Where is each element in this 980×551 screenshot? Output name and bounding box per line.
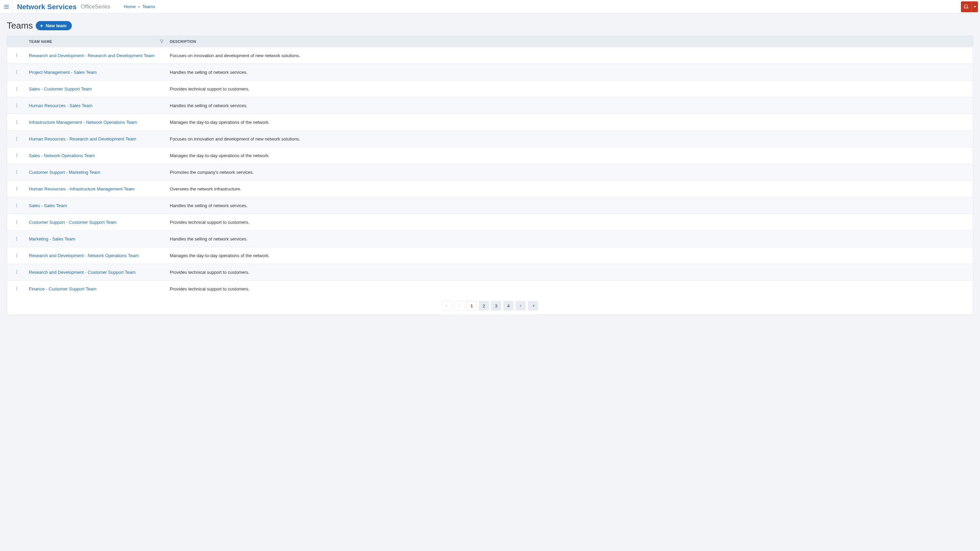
svg-point-50 <box>16 290 17 291</box>
more-vertical-icon <box>14 270 19 275</box>
page-last-button[interactable] <box>528 301 538 311</box>
svg-point-26 <box>16 156 17 157</box>
table-row: Customer Support - Marketing Team Promot… <box>7 164 973 181</box>
svg-point-33 <box>16 204 17 205</box>
more-vertical-icon <box>14 86 19 91</box>
row-actions-button[interactable] <box>13 68 21 76</box>
more-vertical-icon <box>14 170 19 175</box>
row-actions-button[interactable] <box>13 185 21 193</box>
row-actions-button[interactable] <box>13 251 21 259</box>
team-name-link[interactable]: Customer Support - Customer Support Team <box>29 220 117 225</box>
row-actions-button[interactable] <box>13 268 21 276</box>
team-description: Handles the selling of network services. <box>167 230 973 247</box>
plus-icon <box>39 24 44 28</box>
row-actions-button[interactable] <box>13 85 21 93</box>
teams-table: Team Name Description Research and Devel… <box>7 36 973 297</box>
row-actions-button[interactable] <box>13 135 21 143</box>
page-header: Teams New team <box>7 21 973 31</box>
svg-point-32 <box>16 190 17 191</box>
team-name-link[interactable]: Research and Development - Customer Supp… <box>29 270 135 275</box>
team-description: Oversees the network infrastructure. <box>167 181 973 197</box>
svg-point-24 <box>16 154 17 154</box>
pagination: 1234 <box>7 297 973 314</box>
table-row: Sales - Sales Team Handles the selling o… <box>7 197 973 214</box>
row-actions-button[interactable] <box>13 168 21 176</box>
breadcrumb-home[interactable]: Home <box>124 4 136 9</box>
team-name-link[interactable]: Research and Development - Network Opera… <box>29 253 139 258</box>
page-title: Teams <box>7 21 33 31</box>
page-number-button[interactable]: 4 <box>503 301 514 311</box>
page-number-button[interactable]: 2 <box>479 301 489 311</box>
app-header: Network Services OfficeSeries Home » Tea… <box>0 0 980 14</box>
team-name-link[interactable]: Project Management - Sales Team <box>29 70 97 75</box>
filter-team-name[interactable] <box>159 40 164 43</box>
app-title[interactable]: Network Services <box>17 3 76 11</box>
row-actions-button[interactable] <box>13 151 21 159</box>
row-actions-button[interactable] <box>13 202 21 210</box>
svg-point-38 <box>16 223 17 224</box>
row-actions-button[interactable] <box>13 285 21 293</box>
team-name-link[interactable]: Infrastructure Management - Network Oper… <box>29 120 137 125</box>
row-actions-button[interactable] <box>13 235 21 243</box>
more-vertical-icon <box>14 103 19 108</box>
row-actions-button[interactable] <box>13 51 21 60</box>
team-description: Provides technical support to customers. <box>167 264 973 281</box>
menu-button[interactable] <box>0 0 13 14</box>
svg-point-28 <box>16 172 17 172</box>
team-name-link[interactable]: Human Resources - Infrastructure Managem… <box>29 186 134 192</box>
header-actions <box>961 0 980 14</box>
notifications-dropdown[interactable] <box>971 2 978 12</box>
team-name-link[interactable]: Sales - Sales Team <box>29 203 67 208</box>
column-header-description[interactable]: Description <box>167 36 973 47</box>
svg-point-10 <box>16 72 17 73</box>
team-name-link[interactable]: Research and Development - Research and … <box>29 53 154 58</box>
content-area: Teams New team Team Name Description <box>0 14 980 322</box>
team-description: Handles the selling of network services. <box>167 97 973 114</box>
table-row: Marketing - Sales Team Handles the selli… <box>7 230 973 247</box>
svg-point-15 <box>16 104 17 105</box>
page-next-button[interactable] <box>515 301 526 311</box>
row-actions-button[interactable] <box>13 118 21 126</box>
page-number-button[interactable]: 3 <box>491 301 501 311</box>
column-header-team-name[interactable]: Team Name <box>26 36 167 47</box>
svg-point-11 <box>16 73 17 74</box>
team-name-link[interactable]: Finance - Customer Support Team <box>29 286 96 292</box>
teams-table-wrapper: Team Name Description Research and Devel… <box>7 36 973 315</box>
row-actions-button[interactable] <box>13 218 21 226</box>
new-team-button[interactable]: New team <box>36 21 72 30</box>
table-row: Project Management - Sales Team Handles … <box>7 64 973 81</box>
svg-point-16 <box>16 105 17 106</box>
table-row: Human Resources - Sales Team Handles the… <box>7 97 973 114</box>
svg-marker-5 <box>160 40 163 43</box>
svg-point-7 <box>16 55 17 56</box>
column-header-description-label: Description <box>170 40 196 43</box>
svg-point-30 <box>16 187 17 188</box>
table-row: Research and Development - Customer Supp… <box>7 264 973 281</box>
svg-point-41 <box>16 240 17 240</box>
table-row: Sales - Network Operations Team Manages … <box>7 147 973 164</box>
team-name-link[interactable]: Human Resources - Research and Developme… <box>29 137 137 141</box>
first-page-icon <box>445 304 449 308</box>
team-name-link[interactable]: Marketing - Sales Team <box>29 237 75 241</box>
more-vertical-icon <box>14 70 19 75</box>
table-row: Human Resources - Research and Developme… <box>7 130 973 147</box>
svg-point-27 <box>16 170 17 171</box>
more-vertical-icon <box>14 137 19 141</box>
svg-point-45 <box>16 270 17 271</box>
svg-point-48 <box>16 287 17 288</box>
row-actions-button[interactable] <box>13 102 21 110</box>
team-name-link[interactable]: Sales - Customer Support Team <box>29 86 92 92</box>
team-name-link[interactable]: Human Resources - Sales Team <box>29 103 92 108</box>
team-name-link[interactable]: Customer Support - Marketing Team <box>29 170 100 175</box>
chevron-right-icon <box>519 304 523 308</box>
team-name-link[interactable]: Sales - Network Operations Team <box>29 153 95 158</box>
table-row: Research and Development - Network Opera… <box>7 247 973 264</box>
more-vertical-icon <box>14 253 19 258</box>
table-row: Customer Support - Customer Support Team… <box>7 214 973 230</box>
table-row: Sales - Customer Support Team Provides t… <box>7 81 973 97</box>
table-row: Infrastructure Management - Network Oper… <box>7 114 973 130</box>
more-vertical-icon <box>14 53 19 58</box>
svg-point-46 <box>16 272 17 272</box>
svg-point-8 <box>16 56 17 57</box>
notifications-button[interactable] <box>961 2 971 12</box>
